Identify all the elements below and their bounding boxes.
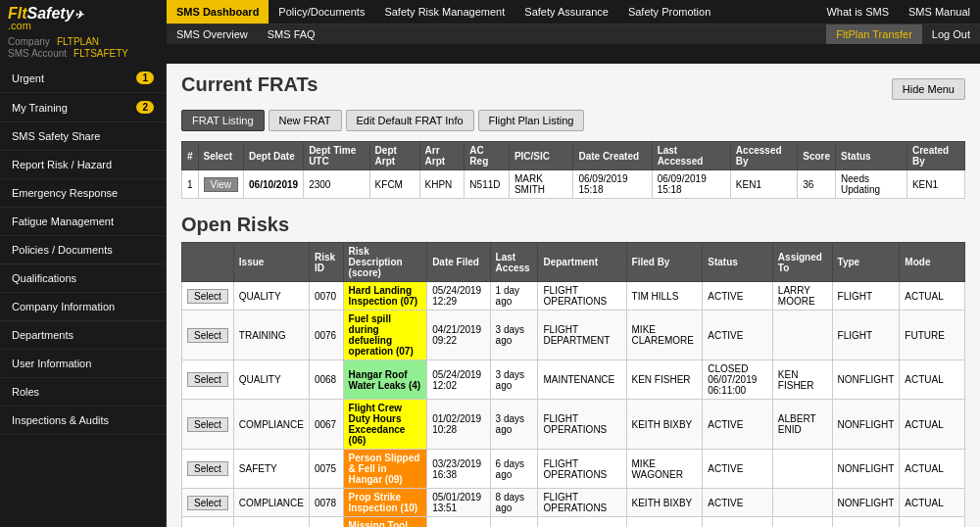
frat-cell-accessed-by: KEN1: [730, 170, 797, 199]
risk-cell-select[interactable]: Select: [182, 282, 234, 311]
risk-cell-issue: MISC.: [233, 517, 309, 528]
risk-select-button[interactable]: Select: [187, 372, 228, 387]
sidebar-item-emergency-response[interactable]: Emergency Response: [0, 179, 166, 208]
risk-cell-filed-by: JEFF NORMAN: [626, 517, 703, 528]
risk-cell-select[interactable]: Select: [182, 311, 234, 360]
frat-cell-select[interactable]: View: [198, 170, 244, 199]
frat-title: Current FRATs: [181, 73, 318, 96]
nav-fltplan-transfer[interactable]: FltPlan Transfer: [826, 24, 922, 44]
risk-cell-id: 0070: [309, 282, 343, 311]
risk-cell-select[interactable]: Select: [182, 450, 234, 489]
risk-cell-mode: ACTUAL: [900, 450, 965, 489]
nav-sms-faq[interactable]: SMS FAQ: [258, 24, 325, 44]
nav-policy-docs[interactable]: Policy/Documents: [269, 0, 374, 24]
edit-default-frat-button[interactable]: Edit Default FRAT Info: [346, 110, 474, 131]
risk-cell-last-access: 8 days ago: [490, 489, 538, 517]
sidebar-item-my-training[interactable]: My Training 2: [0, 93, 166, 122]
risk-cell-assigned: JEFF NORMAN: [772, 517, 832, 528]
risk-select-button[interactable]: Select: [187, 496, 228, 510]
risk-cell-select[interactable]: Select: [182, 489, 234, 517]
frat-cell-created-by: KEN1: [906, 170, 964, 199]
frat-view-button[interactable]: View: [204, 177, 239, 192]
sidebar-badge-my-training: 2: [136, 101, 154, 114]
hide-menu-button[interactable]: Hide Menu: [892, 78, 965, 100]
logo-safety: Safety: [27, 5, 74, 22]
risk-cell-dept: FLIGHT OPERATIONS: [538, 282, 626, 311]
risk-cell-last-access: 1 day ago: [490, 282, 538, 311]
list-item: Select COMPLIANCE 0078 Prop Strike Inspe…: [182, 489, 965, 517]
sidebar-label-company-info: Company Information: [12, 301, 115, 312]
sidebar-item-company-info[interactable]: Company Information: [0, 293, 166, 321]
account-val: FLTSAFETY: [74, 48, 128, 59]
frat-cell-dept-date: 06/10/2019: [244, 170, 304, 199]
risk-cell-last-access: 3 days ago: [490, 311, 538, 360]
sidebar-item-report-risk[interactable]: Report Risk / Hazard: [0, 151, 166, 179]
sidebar-item-inspections-audits[interactable]: Inspections & Audits: [0, 407, 166, 435]
sidebar-label-roles: Roles: [12, 386, 39, 398]
sidebar-item-sms-safety-share[interactable]: SMS Safety Share: [0, 122, 166, 151]
risk-cell-desc: Person Slipped & Fell in Hangar (09): [343, 450, 427, 489]
sidebar-item-urgent[interactable]: Urgent 1: [0, 64, 166, 93]
sidebar: Urgent 1 My Training 2 SMS Safety Share …: [0, 64, 167, 527]
risk-cell-date-filed: 05/24/2019 12:02: [427, 360, 490, 400]
frat-cell-score: 36: [798, 170, 836, 199]
frat-col-last-accessed: Last Accessed: [652, 142, 730, 170]
sidebar-item-fatigue-management[interactable]: Fatigue Management: [0, 208, 166, 236]
nav-sms-manual[interactable]: SMS Manual: [899, 0, 980, 24]
risk-cell-id: 0067: [309, 400, 343, 450]
risk-cell-type: NONFLIGHT: [832, 517, 900, 528]
nav-safety-risk[interactable]: Safety Risk Management: [374, 0, 514, 24]
frat-col-select: Select: [198, 142, 244, 170]
frat-section: Current FRATs Hide Menu FRAT Listing New…: [181, 73, 965, 199]
risk-cell-date-filed: 05/01/2019 13:51: [427, 489, 490, 517]
frat-cell-dept-time: 2300: [304, 170, 369, 199]
sidebar-item-user-info[interactable]: User Information: [0, 350, 166, 378]
frat-cell-status: Needs Updating: [836, 170, 907, 199]
frat-col-dept-date: Dept Date: [244, 142, 304, 170]
risk-cell-date-filed: 04/21/2019 09:22: [427, 311, 490, 360]
risk-cell-type: FLIGHT: [832, 311, 900, 360]
nav-log-out[interactable]: Log Out: [922, 24, 980, 44]
risk-cell-assigned: ALBERT ENID: [772, 400, 832, 450]
risk-cell-date-filed: 05/24/2019 12:29: [427, 282, 490, 311]
frat-listing-button[interactable]: FRAT Listing: [181, 110, 265, 131]
risk-cell-status: CLOSED 06/07/2019 06:11:00: [703, 360, 773, 400]
nav-what-is-sms[interactable]: What is SMS: [816, 0, 899, 24]
logo-domain: .com: [8, 20, 31, 31]
risk-cell-last-access: 3 days ago: [490, 517, 538, 528]
risks-table: Issue Risk ID Risk Description (score) D…: [181, 242, 965, 527]
risk-select-button[interactable]: Select: [187, 417, 228, 432]
risk-select-button[interactable]: Select: [187, 328, 228, 343]
frat-col-date-created: Date Created: [573, 142, 652, 170]
risk-cell-issue: COMPLIANCE: [233, 489, 309, 517]
frat-btn-group: FRAT Listing New FRAT Edit Default FRAT …: [181, 110, 965, 131]
risk-col-status: Status: [703, 243, 773, 282]
nav-sms-dashboard[interactable]: SMS Dashboard: [167, 0, 269, 24]
frat-cell-date-created: 06/09/2019 15:18: [573, 170, 652, 199]
main-content: Current FRATs Hide Menu FRAT Listing New…: [167, 64, 980, 527]
nav-sms-overview[interactable]: SMS Overview: [167, 24, 258, 44]
risks-title: Open Risks: [181, 214, 965, 236]
risk-cell-assigned: [772, 450, 832, 489]
sidebar-item-qualifications[interactable]: Qualifications: [0, 264, 166, 293]
risk-select-button[interactable]: Select: [187, 461, 228, 476]
risk-cell-select[interactable]: Select: [182, 360, 234, 400]
nav-safety-assurance[interactable]: Safety Assurance: [514, 0, 618, 24]
risk-cell-id: 0068: [309, 360, 343, 400]
new-frat-button[interactable]: New FRAT: [269, 110, 342, 131]
risk-cell-select[interactable]: Select: [182, 517, 234, 528]
risk-cell-status: ACTIVE: [703, 311, 773, 360]
flight-plan-listing-button[interactable]: Flight Plan Listing: [478, 110, 585, 131]
risk-col-dept: Department: [538, 243, 626, 282]
frat-cell-last-accessed: 06/09/2019 15:18: [652, 170, 730, 199]
risk-select-button[interactable]: Select: [187, 289, 228, 304]
risk-cell-select[interactable]: Select: [182, 400, 234, 450]
risk-cell-id: 0079: [309, 517, 343, 528]
risk-col-type: Type: [832, 243, 900, 282]
sidebar-item-roles[interactable]: Roles: [0, 378, 166, 407]
nav-safety-promotion[interactable]: Safety Promotion: [618, 0, 720, 24]
risk-cell-status: ACTIVE: [703, 489, 773, 517]
sidebar-item-departments[interactable]: Departments: [0, 321, 166, 350]
list-item: Select COMPLIANCE 0067 Flight Crew Duty …: [182, 400, 965, 450]
sidebar-item-policies-docs[interactable]: Policies / Documents: [0, 236, 166, 264]
